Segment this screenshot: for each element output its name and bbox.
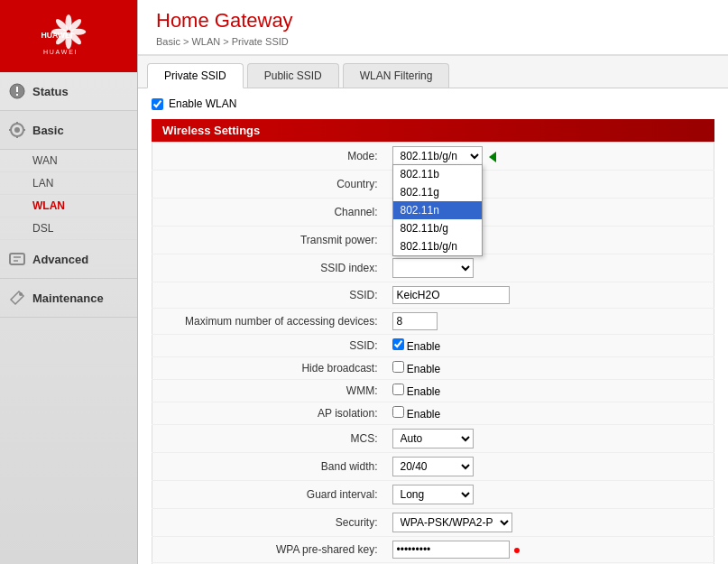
- security-select[interactable]: WPA-PSK/WPA2-P: [392, 513, 512, 532]
- max-devices-label: Maximum number of accessing devices:: [152, 309, 387, 335]
- bandwidth-cell: 20/40: [387, 453, 714, 481]
- mcs-row: MCS: Auto: [152, 425, 714, 453]
- required-indicator: [514, 548, 520, 553]
- ssid-value-label: SSID:: [152, 282, 387, 309]
- main-content: Home Gateway Basic > WLAN > Private SSID…: [138, 0, 728, 564]
- guard-interval-label: Guard interval:: [152, 481, 387, 509]
- wmm-cell: Enable: [387, 380, 714, 402]
- sidebar-item-wlan[interactable]: WLAN: [0, 195, 137, 217]
- hide-broadcast-cell: Enable: [387, 357, 714, 380]
- sidebar-item-wan[interactable]: WAN: [0, 150, 137, 172]
- enable-wlan-row: Enable WLAN: [152, 97, 714, 110]
- svg-rect-12: [16, 94, 18, 96]
- sidebar-item-advanced[interactable]: Advanced: [0, 240, 137, 279]
- wmm-row: WMM: Enable: [152, 380, 714, 402]
- bandwidth-row: Band width: 20/40: [152, 453, 714, 481]
- ap-isolation-cell: Enable: [387, 402, 714, 425]
- country-label: Country:: [152, 171, 387, 199]
- settings-table: Mode: 802.11b/g/n 802.11b 802.11g 802.11…: [152, 142, 714, 564]
- sidebar: HUAWEI HUAWEI Status Basic: [0, 0, 138, 564]
- mcs-select[interactable]: Auto: [392, 429, 474, 448]
- sidebar-item-dsl[interactable]: DSL: [0, 217, 137, 240]
- hide-broadcast-checkbox[interactable]: [392, 361, 404, 373]
- advanced-label: Advanced: [32, 253, 88, 266]
- guard-interval-select[interactable]: Long: [392, 485, 474, 504]
- hide-broadcast-row: Hide broadcast: Enable: [152, 357, 714, 380]
- bandwidth-select[interactable]: 20/40: [392, 457, 474, 476]
- security-label: Security:: [152, 509, 387, 537]
- main-panel: Enable WLAN Wireless Settings Mode: 802.…: [138, 88, 728, 564]
- status-label: Status: [32, 85, 69, 98]
- mode-option-bg[interactable]: 802.11b/g: [393, 219, 482, 237]
- security-cell: WPA-PSK/WPA2-P: [387, 509, 714, 537]
- hide-broadcast-label: Hide broadcast:: [152, 357, 387, 380]
- basic-label: Basic: [32, 124, 64, 137]
- page-title: Home Gateway: [156, 9, 710, 32]
- ssid-enable-text: Enable: [407, 340, 440, 353]
- mode-option-g[interactable]: 802.11g: [393, 183, 482, 201]
- svg-text:HUAWEI: HUAWEI: [43, 49, 78, 55]
- ssid-enable-label: SSID:: [152, 335, 387, 357]
- sidebar-item-maintenance[interactable]: Maintenance: [0, 279, 137, 318]
- ssid-index-select[interactable]: [392, 258, 474, 278]
- advanced-icon: [7, 249, 27, 269]
- breadcrumb: Basic > WLAN > Private SSID: [156, 36, 710, 47]
- channel-label: Channel:: [152, 199, 387, 227]
- hide-broadcast-text: Enable: [407, 363, 440, 375]
- transmit-power-label: Transmit power:: [152, 227, 387, 254]
- sidebar-item-lan[interactable]: LAN: [0, 172, 137, 195]
- wpa-key-row: WPA pre-shared key:: [152, 537, 714, 563]
- max-devices-input[interactable]: [392, 312, 438, 330]
- max-devices-row: Maximum number of accessing devices:: [152, 309, 714, 335]
- mode-option-n[interactable]: 802.11n: [393, 201, 482, 219]
- huawei-logo: HUAWEI HUAWEI: [37, 14, 100, 59]
- ap-isolation-checkbox[interactable]: [392, 406, 404, 418]
- wpa-key-label: WPA pre-shared key:: [152, 537, 387, 563]
- mode-label: Mode:: [152, 143, 387, 171]
- ssid-enable-checkbox[interactable]: [392, 338, 404, 350]
- tab-private-ssid[interactable]: Private SSID: [147, 63, 244, 88]
- mode-option-bgn[interactable]: 802.11b/g/n: [393, 237, 482, 255]
- wireless-settings-header: Wireless Settings: [152, 119, 714, 142]
- mode-dropdown-container: 802.11b/g/n 802.11b 802.11g 802.11n 802.…: [392, 146, 496, 166]
- ap-isolation-label: AP isolation:: [152, 402, 387, 425]
- wmm-label: WMM:: [152, 380, 387, 402]
- wpa-key-input[interactable]: [392, 541, 510, 559]
- mode-cell: 802.11b/g/n 802.11b 802.11g 802.11n 802.…: [387, 143, 714, 171]
- mode-option-b[interactable]: 802.11b: [393, 165, 482, 183]
- mode-select[interactable]: 802.11b/g/n: [392, 146, 483, 166]
- sidebar-item-status[interactable]: Status: [0, 72, 137, 111]
- guard-interval-row: Guard interval: Long: [152, 481, 714, 509]
- bandwidth-label: Band width:: [152, 453, 387, 481]
- guard-interval-cell: Long: [387, 481, 714, 509]
- page-header: Home Gateway Basic > WLAN > Private SSID: [138, 0, 728, 56]
- dropdown-arrow: [489, 152, 496, 162]
- ap-isolation-text: Enable: [407, 408, 440, 421]
- ap-isolation-row: AP isolation: Enable: [152, 402, 714, 425]
- wmm-checkbox[interactable]: [392, 384, 404, 395]
- enable-wlan-checkbox[interactable]: [152, 98, 163, 110]
- sidebar-item-basic[interactable]: Basic: [0, 111, 137, 150]
- svg-rect-19: [10, 254, 24, 264]
- wmm-text: Enable: [407, 385, 440, 398]
- wpa-key-cell: [387, 537, 714, 563]
- tab-public-ssid[interactable]: Public SSID: [247, 63, 339, 88]
- mcs-cell: Auto: [387, 425, 714, 453]
- ssid-index-cell: [387, 254, 714, 282]
- mode-row: Mode: 802.11b/g/n 802.11b 802.11g 802.11…: [152, 143, 714, 171]
- mcs-label: MCS:: [152, 425, 387, 453]
- ssid-enable-row: SSID: Enable: [152, 335, 714, 357]
- ssid-value-cell: [387, 282, 714, 309]
- maintenance-label: Maintenance: [32, 291, 104, 305]
- basic-icon: [7, 120, 27, 140]
- tab-wlan-filtering[interactable]: WLAN Filtering: [343, 63, 450, 88]
- mode-dropdown-list[interactable]: 802.11b 802.11g 802.11n 802.11b/g 802.11…: [392, 164, 483, 256]
- ssid-enable-cell: Enable: [387, 335, 714, 357]
- ssid-value-row: SSID:: [152, 282, 714, 309]
- logo-area: HUAWEI HUAWEI: [0, 0, 137, 72]
- svg-rect-11: [16, 87, 18, 92]
- ssid-index-label: SSID index:: [152, 254, 387, 282]
- tab-bar: Private SSID Public SSID WLAN Filtering: [138, 56, 728, 88]
- ssid-input[interactable]: [392, 286, 510, 304]
- status-icon: [7, 81, 27, 101]
